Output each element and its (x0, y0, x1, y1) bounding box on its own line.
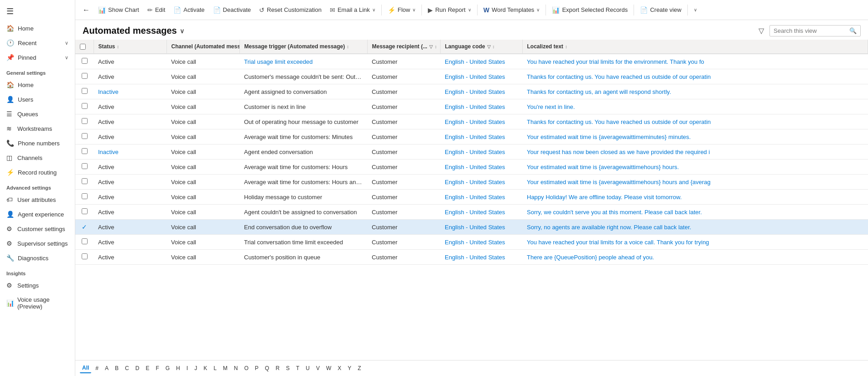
sidebar-item-recent[interactable]: 🕐 Recent ∨ (0, 36, 75, 50)
row-checkbox[interactable] (82, 73, 88, 79)
row-checkbox[interactable] (82, 208, 88, 214)
create-view-button[interactable]: 📄 Create view (636, 4, 685, 16)
row-checkbox[interactable] (82, 238, 88, 244)
sort-icon[interactable]: ↕ (435, 44, 437, 49)
row-checkbox[interactable] (82, 118, 88, 124)
alpha-nav-item[interactable]: T (294, 364, 301, 373)
alpha-nav-item[interactable]: G (163, 364, 172, 373)
alpha-nav-item[interactable]: N (232, 364, 240, 373)
hamburger-icon[interactable]: ☰ (0, 0, 75, 21)
row-checkbox[interactable] (82, 133, 88, 139)
word-templates-button[interactable]: W Word Templates ∨ (480, 4, 544, 16)
localized-text-cell: You're next in line. (522, 99, 868, 114)
alpha-nav-item[interactable]: U (303, 364, 312, 373)
run-report-button[interactable]: ▶ Run Report ∨ (424, 4, 474, 16)
sidebar-item-adv-diagnostics[interactable]: 🔧 Diagnostics (0, 251, 75, 265)
alpha-nav-item[interactable]: Q (263, 364, 271, 373)
table-row: ActiveVoice callCustomer is next in line… (75, 99, 868, 114)
sidebar-item-gs-channels[interactable]: ◫ Channels (0, 150, 75, 165)
search-input[interactable] (774, 27, 847, 34)
alpha-nav-item[interactable]: Y (345, 364, 353, 373)
alpha-nav-item[interactable]: # (93, 364, 101, 373)
recipient-cell: Customer (367, 160, 440, 175)
row-checkbox[interactable] (82, 178, 88, 184)
row-checkbox-cell (75, 160, 94, 175)
trigger-cell: Holiday message to customer (239, 190, 367, 205)
sidebar-item-adv-attributes[interactable]: 🏷 User attributes (0, 192, 75, 207)
run-report-icon: ▶ (428, 6, 433, 14)
alpha-nav-item[interactable]: Z (355, 364, 363, 373)
filter-icon[interactable]: ▽ (429, 44, 433, 49)
show-chart-button[interactable]: 📊 Show Chart (94, 4, 143, 16)
row-checkbox[interactable] (82, 193, 88, 199)
flow-button[interactable]: ⚡ Flow ∨ (384, 4, 419, 16)
back-button[interactable]: ← (79, 4, 94, 16)
row-checkbox[interactable] (82, 58, 88, 64)
reset-button[interactable]: ↺ Reset Customization (255, 4, 325, 16)
sidebar-item-gs-phone[interactable]: 📞 Phone numbers (0, 136, 75, 150)
alpha-nav-item[interactable]: A (103, 364, 111, 373)
sidebar-item-gs-workstreams[interactable]: ≋ Workstreams (0, 121, 75, 136)
sort-icon[interactable]: ↕ (493, 44, 495, 49)
alpha-nav-item[interactable]: B (113, 364, 121, 373)
alpha-nav-item[interactable]: W (324, 364, 333, 373)
activate-button[interactable]: 📄 Activate (170, 4, 208, 16)
filter-button[interactable]: ▽ (757, 25, 766, 37)
sidebar-item-adv-customer[interactable]: ⚙ Customer settings (0, 221, 75, 236)
language-cell: English - United States (440, 129, 522, 144)
alpha-nav-item[interactable]: V (314, 364, 322, 373)
trigger-cell: Trial usage limit exceeded (239, 54, 367, 69)
trigger-cell: Agent assigned to conversation (239, 84, 367, 99)
row-checkbox[interactable] (82, 103, 88, 109)
sidebar-item-gs-record[interactable]: ⚡ Record routing (0, 165, 75, 180)
alpha-nav-item[interactable]: J (192, 364, 199, 373)
sort-icon[interactable]: ↕ (565, 44, 567, 49)
row-checkbox[interactable] (82, 88, 88, 94)
edit-button[interactable]: ✏ Edit (144, 4, 169, 16)
alpha-nav-item[interactable]: M (221, 364, 230, 373)
email-link-button[interactable]: ✉ Email a Link ∨ (326, 4, 379, 16)
alpha-nav-item[interactable]: K (201, 364, 209, 373)
alpha-nav-item[interactable]: F (153, 364, 161, 373)
trigger-cell: Average wait time for customers: Hours a… (239, 175, 367, 190)
sidebar-item-ins-settings[interactable]: ⚙ Settings (0, 278, 75, 293)
alpha-nav-item[interactable]: H (174, 364, 182, 373)
sidebar-item-pinned[interactable]: 📌 Pinned ∨ (0, 50, 75, 65)
separator (634, 5, 634, 15)
sort-icon[interactable]: ↕ (347, 44, 349, 49)
trigger-link[interactable]: Trial usage limit exceeded (244, 58, 313, 65)
row-checkbox[interactable] (82, 163, 88, 169)
table-header-row: Status ↕ Channel (Automated message) ▽ ↑ (75, 40, 868, 54)
alpha-nav-item[interactable]: R (273, 364, 282, 373)
alpha-nav-item[interactable]: X (335, 364, 343, 373)
alpha-nav-item[interactable]: O (242, 364, 251, 373)
row-checkbox[interactable] (82, 253, 88, 259)
page-title-text: Automated messages (83, 26, 177, 36)
row-checkbox-cell (75, 175, 94, 190)
page-title-chevron-icon[interactable]: ∨ (180, 27, 184, 35)
alpha-nav-item[interactable]: S (284, 364, 292, 373)
th-checkbox (75, 40, 94, 54)
channel-cell: Voice call (166, 54, 239, 69)
filter-icon[interactable]: ▽ (487, 44, 491, 49)
toolbar-overflow-button[interactable]: ∨ (690, 5, 701, 15)
select-all-checkbox[interactable] (80, 44, 86, 50)
sidebar-item-gs-users[interactable]: 👤 Users (0, 92, 75, 107)
alpha-nav-item[interactable]: I (184, 364, 190, 373)
alpha-nav-item[interactable]: C (123, 364, 131, 373)
sidebar-item-ins-voice[interactable]: 📊 Voice usage (Preview) (0, 293, 75, 314)
export-button[interactable]: 📊 Export Selected Records (548, 4, 631, 16)
alpha-nav-item[interactable]: E (143, 364, 151, 373)
sidebar-item-adv-agent[interactable]: 👤 Agent experience (0, 207, 75, 221)
row-checkbox[interactable] (82, 148, 88, 154)
alpha-nav-item[interactable]: D (133, 364, 142, 373)
sidebar-item-home[interactable]: 🏠 Home (0, 21, 75, 36)
sidebar-item-adv-supervisor[interactable]: ⚙ Supervisor settings (0, 236, 75, 251)
sidebar-item-gs-home[interactable]: 🏠 Home (0, 77, 75, 92)
sort-icon[interactable]: ↕ (117, 44, 119, 49)
alpha-nav-item[interactable]: P (253, 364, 261, 373)
sidebar-item-gs-queues[interactable]: ☰ Queues (0, 107, 75, 121)
deactivate-button[interactable]: 📄 Deactivate (209, 4, 255, 16)
alpha-nav-item[interactable]: L (211, 364, 219, 373)
alpha-nav-item[interactable]: All (80, 363, 91, 373)
